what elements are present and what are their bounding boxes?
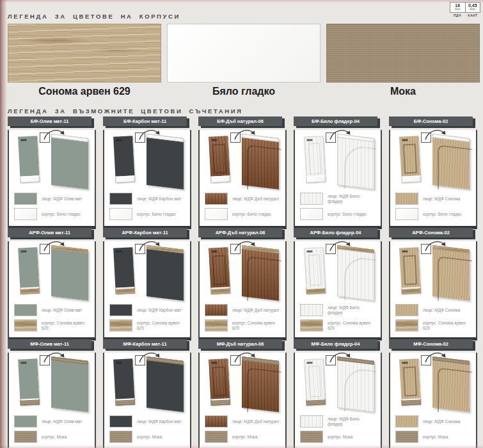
body-color-label: корпус: Бяло гладко <box>232 212 271 216</box>
door-large-face <box>146 356 184 412</box>
card-title: БФ-Сонома-02 <box>389 116 473 126</box>
body-color-swatch <box>109 208 132 220</box>
door-large-panel <box>242 356 279 412</box>
face-legend-row: лице: МДФ Дъб натурал <box>205 304 280 316</box>
door-large-face <box>242 356 279 412</box>
card-title: МФ-Олив мат-11 <box>8 339 91 349</box>
door-large-panel <box>337 356 374 412</box>
body-color-swatch <box>395 208 418 220</box>
body-legend-row: корпус: Сонома арвен 629 <box>14 319 90 332</box>
card-body: лице: МДФ Дъб натурал корпус: Сонома арв… <box>198 241 287 340</box>
body-color-swatch <box>14 208 37 220</box>
door-large-panel <box>146 356 184 412</box>
body-color-label: корпус: Мока <box>137 435 162 439</box>
card-body: лице: МДФ Олив мат корпус: Мока <box>8 353 96 448</box>
door-large-face <box>337 245 374 301</box>
combination-card: АРФ-Карбон мат-11 <box>103 228 191 337</box>
body-color-edge <box>115 175 134 183</box>
door-handle <box>211 139 217 141</box>
body-color-label: корпус: Сонома арвен 629 <box>42 321 90 330</box>
door-large-panel <box>432 356 470 412</box>
body-colors-section-title: ЛЕГЕНДА ЗА ЦВЕТОВЕ НА КОРПУСИ <box>8 13 180 20</box>
card-body: лице: МДФ Бяло фладер корпус: Сонома арв… <box>294 241 382 340</box>
body-color-edge <box>115 287 134 294</box>
body-color-label: корпус: Бяло гладко <box>423 212 462 216</box>
body-color-label: корпус: Сонома арвен 629 <box>137 321 185 330</box>
door-large-panel <box>51 134 88 189</box>
door-large-panel <box>51 245 88 301</box>
door-large-face <box>432 134 470 189</box>
door-handle <box>116 362 122 364</box>
face-legend-row: лице: МДФ Дъб натурал <box>205 415 280 428</box>
door-front-panel <box>209 358 230 405</box>
card-body: лице: МДФ Бяло фладер корпус: Бяло гладк… <box>294 130 382 229</box>
combination-card: МФ-Бяло фладер-04 <box>294 339 382 448</box>
face-color-swatch <box>14 304 37 316</box>
cabinet-door-illustration <box>202 353 283 410</box>
face-color-label: лице: МДФ Дъб натурал <box>232 196 279 201</box>
color-name: Мока <box>326 86 480 97</box>
face-legend-row: лице: МДФ Карбон мат <box>109 415 185 428</box>
combinations-section-title: ЛЕГЕНДА ЗА ВЪЗМОЖНИТЕ ЦВЕТОВИ СЪЧЕТАНИЯ <box>8 108 243 115</box>
band-label: КАНТ <box>465 13 480 17</box>
card-title: АРФ-Бяло фладер-04 <box>294 228 377 237</box>
face-color-swatch <box>14 193 37 205</box>
face-color-label: лице: МДФ Сонома <box>423 196 460 201</box>
door-front-panel <box>113 136 135 182</box>
body-legend-row: корпус: Мока <box>205 431 280 443</box>
card-title: АРФ-Сонома-02 <box>389 228 473 237</box>
edge-band-unit: mm <box>466 8 480 11</box>
combination-card: БФ-Карбон мат-11 <box>103 116 191 225</box>
body-legend-row: корпус: Бяло гладко <box>395 208 471 220</box>
open-direction-arrow-icon <box>328 350 354 364</box>
card-title: БФ-Олив мат-11 <box>8 116 91 126</box>
door-handle <box>211 362 217 364</box>
body-legend-row: корпус: Бяло гладко <box>109 208 185 220</box>
door-large-panel <box>337 134 374 189</box>
door-large-face <box>242 245 279 301</box>
door-handle <box>20 250 26 252</box>
open-direction-arrow-icon <box>42 350 68 364</box>
card-title: БФ-Дъб натурал-06 <box>198 116 282 126</box>
body-legend-row: корпус: Мока <box>109 431 185 443</box>
face-legend-row: лице: МДФ Дъб натурал <box>205 193 280 205</box>
card-title: МФ-Карбон мат-11 <box>103 339 187 349</box>
body-color-edge <box>401 287 420 294</box>
open-direction-arrow-icon <box>42 127 68 141</box>
body-legend-row: корпус: Сонома арвен 629 <box>300 319 376 332</box>
door-front-panel <box>399 136 421 182</box>
body-color-edge <box>306 398 325 406</box>
cabinet-door-illustration <box>202 130 283 188</box>
door-large-face <box>432 356 470 412</box>
card-title: МФ-Бяло фладер-04 <box>294 339 377 349</box>
door-handle <box>116 139 122 141</box>
body-legend-row: корпус: Сонома арвен 629 <box>205 319 280 332</box>
body-legend-row: корпус: Мока <box>300 431 376 443</box>
cabinet-door-illustration <box>297 353 378 410</box>
door-front-panel <box>304 358 326 405</box>
combination-card: БФ-Олив мат-11 ли <box>8 116 96 225</box>
face-color-swatch <box>14 415 37 428</box>
body-color-swatch <box>205 319 228 332</box>
combination-card: АРФ-Олив мат-11 л <box>8 228 96 337</box>
face-legend-row: лице: МДФ Карбон мат <box>109 193 185 205</box>
door-large-face <box>146 245 184 301</box>
door-handle <box>402 139 408 141</box>
face-color-label: лице: МДФ Бяло фладер <box>328 305 376 314</box>
cabinet-door-illustration <box>393 130 473 188</box>
body-color-swatch <box>300 208 323 220</box>
face-color-label: лице: МДФ Карбон мат <box>137 308 181 312</box>
door-large-panel <box>432 134 470 189</box>
door-large-panel <box>432 245 470 301</box>
body-color-swatch <box>14 431 37 443</box>
body-color-edge <box>20 175 39 183</box>
cabinet-door-illustration <box>202 241 283 299</box>
cabinet-door-illustration <box>12 130 92 188</box>
door-large-panel <box>146 134 184 189</box>
combination-card: МФ-Дъб натурал-06 <box>198 339 287 448</box>
card-body: лице: МДФ Карбон мат корпус: Бяло гладко <box>103 130 191 229</box>
body-color-label: корпус: Мока <box>232 435 257 439</box>
open-direction-arrow-icon <box>328 239 354 253</box>
combination-card: БФ-Сонома-02 лице <box>389 116 477 225</box>
open-direction-arrow-icon <box>233 127 258 141</box>
